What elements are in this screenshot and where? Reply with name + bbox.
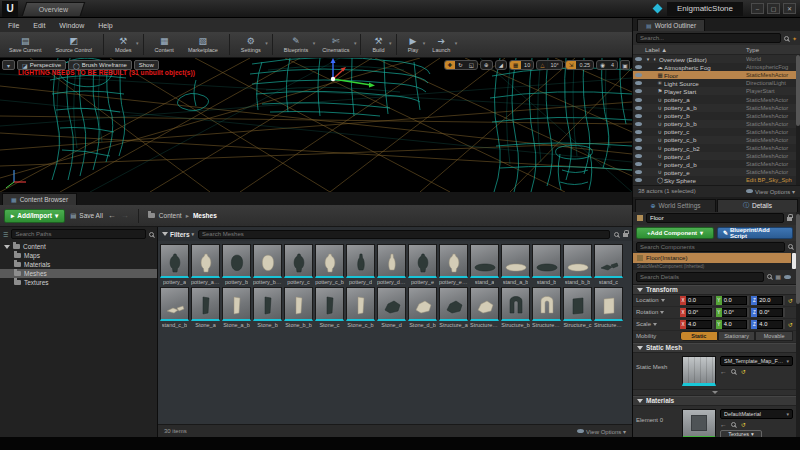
tree-folder-item[interactable]: Maps (0, 251, 157, 260)
outliner-actor-row[interactable]: ▾ ◯ Sky Sphere Edit BP_Sky_Sph (633, 176, 796, 184)
asset-item[interactable]: stand_b_b (563, 244, 592, 285)
asset-item[interactable]: pottery_b (222, 244, 251, 285)
search-details-input[interactable] (636, 272, 764, 282)
outliner-actor-row[interactable]: ▾ ⚑ Player Start PlayerStart (633, 87, 796, 95)
type-column-header[interactable]: Type (746, 47, 800, 53)
materials-section-header[interactable]: Materials (633, 396, 796, 406)
visibility-eye-icon[interactable] (635, 65, 642, 69)
static-mesh-section-header[interactable]: Static Mesh (633, 343, 796, 353)
asset-item[interactable]: pottery_d (346, 244, 375, 285)
asset-item[interactable]: Structure_c (563, 287, 592, 328)
label-column-header[interactable]: Label ▲ (633, 47, 746, 53)
outliner-actor-row[interactable]: ▾ ∪ pottery_c StaticMeshActor (633, 128, 796, 136)
surface-snap-button[interactable]: ◢ (496, 61, 506, 69)
toolbar-button[interactable]: ⚒ Build ▾ (365, 32, 391, 57)
asset-item[interactable]: pottery_e (408, 244, 437, 285)
tab-world-settings[interactable]: ⊕ World Settings (635, 199, 716, 212)
visibility-eye-icon[interactable] (635, 98, 642, 102)
visibility-eye-icon[interactable] (635, 138, 642, 142)
toolbar-button[interactable]: ▶ Play ▾ (401, 32, 426, 57)
asset-item[interactable]: pottery_a_b (191, 244, 220, 285)
asset-item[interactable]: Stone_b (253, 287, 282, 328)
grid-snap-value[interactable]: 10 (521, 61, 533, 69)
outliner-settings-icon[interactable]: ✦ (792, 35, 797, 42)
dropdown-arrow-icon[interactable] (661, 299, 665, 302)
translate-tool-button[interactable]: ✚ (445, 61, 456, 69)
toolbar-button[interactable]: ➔ Launch ▾ (425, 32, 457, 57)
asset-item[interactable]: stand_c_b (160, 287, 189, 328)
outliner-actor-row[interactable]: ▾ ▦ Floor StaticMeshActor (633, 71, 796, 79)
toolbar-button[interactable]: ✄ Cinematics ▾ (315, 32, 356, 57)
rotation-y-field[interactable]: 0.0° (722, 308, 748, 317)
asset-item[interactable]: Stone_c_b (346, 287, 375, 328)
asset-item[interactable]: Stone_b_b (284, 287, 313, 328)
level-viewport[interactable]: ▾ ◪Perspective ◯Brush Wireframe Show LIG… (0, 58, 632, 192)
use-selected-asset-icon[interactable]: ← (720, 421, 727, 428)
level-tab[interactable]: Overview (22, 2, 86, 16)
forward-button[interactable]: → (121, 211, 129, 220)
visibility-eye-icon[interactable] (635, 122, 642, 126)
reset-to-default-icon[interactable]: ↺ (788, 321, 793, 328)
static-mesh-combo[interactable]: SM_Template_Map_Floor ▾ (720, 356, 793, 366)
visibility-eye-icon[interactable] (635, 114, 642, 118)
toolbar-button[interactable]: ⚙ Settings ▾ (234, 32, 268, 57)
component-sub-row[interactable]: StaticMeshComponent (Inherited) (633, 263, 791, 270)
scale-z-field[interactable]: 4.0 (757, 320, 783, 329)
mobility-option-button[interactable]: Stationary (718, 331, 756, 341)
reset-to-default-icon[interactable]: ↺ (741, 421, 746, 428)
outliner-actor-row[interactable]: ▾ ∪ pottery_a_b StaticMeshActor (633, 104, 796, 112)
visibility-eye-icon[interactable] (635, 162, 642, 166)
location-z-field[interactable]: 20.0 (757, 296, 783, 305)
outliner-actor-row[interactable]: ▾ ∪ pottery_c_b2 StaticMeshActor (633, 144, 796, 152)
value-roller[interactable] (783, 308, 785, 317)
asset-item[interactable]: stand_a (470, 244, 499, 285)
breadcrumb-content[interactable]: Content (159, 212, 182, 219)
browse-asset-icon[interactable] (731, 422, 736, 427)
component-row-floor-instance[interactable]: Floor(Instance) (633, 253, 791, 263)
mobility-option-button[interactable]: Static (680, 331, 718, 341)
scale-x-field[interactable]: 4.0 (686, 320, 712, 329)
rotate-tool-button[interactable]: ↻ (455, 61, 466, 69)
outliner-actor-row[interactable]: ▾ ∪ pottery_a StaticMeshActor (633, 95, 796, 103)
asset-item[interactable]: pottery_a (160, 244, 189, 285)
value-roller[interactable] (712, 320, 714, 329)
material-thumbnail[interactable] (682, 409, 716, 438)
visibility-eye-icon[interactable] (635, 130, 642, 134)
add-component-button[interactable]: +Add Component ▾ (636, 227, 714, 239)
breadcrumb-meshes[interactable]: Meshes (193, 212, 217, 219)
asset-item[interactable]: pottery_e_b (439, 244, 468, 285)
value-roller[interactable] (712, 296, 714, 305)
maximize-viewport-button[interactable]: ▣ (620, 60, 630, 70)
asset-item[interactable]: Structure_b_b (532, 287, 561, 328)
rotation-snap-value[interactable]: 10° (547, 61, 561, 69)
asset-item[interactable]: Stone_c (315, 287, 344, 328)
world-outliner-tab[interactable]: ▤ World Outliner (637, 19, 705, 31)
eye-icon[interactable] (784, 275, 791, 279)
rotation-snap-toggle[interactable]: △ (537, 61, 547, 69)
visibility-eye-icon[interactable] (635, 178, 642, 182)
asset-item[interactable]: stand_c (594, 244, 623, 285)
tab-details[interactable]: ⓘ Details (717, 199, 798, 212)
components-scrollbar[interactable] (792, 253, 796, 269)
transform-section-header[interactable]: Transform (633, 285, 796, 295)
close-button[interactable]: ✕ (783, 3, 796, 14)
scale-y-field[interactable]: 4.0 (722, 320, 748, 329)
world-local-toggle[interactable]: ⊕ (481, 61, 492, 69)
outliner-actor-row[interactable]: ▾ ∪ pottery_d_b StaticMeshActor (633, 160, 796, 168)
search-assets-input[interactable] (198, 230, 610, 239)
dropdown-arrow-icon[interactable] (660, 311, 664, 314)
toolbar-button[interactable]: ▤ Save Current ▾ (2, 32, 48, 57)
visibility-eye-icon[interactable] (635, 81, 642, 85)
tree-folder-item[interactable]: Textures (0, 278, 157, 287)
add-import-button[interactable]: ▸ Add/Import ▾ (4, 209, 65, 223)
dropdown-arrow-icon[interactable] (653, 323, 657, 326)
browse-asset-icon[interactable] (731, 369, 736, 374)
visibility-eye-icon[interactable] (635, 106, 642, 110)
textures-button[interactable]: Textures ▾ (720, 430, 762, 438)
toolbar-button[interactable]: ✎ Blueprints ▾ (277, 32, 315, 57)
outliner-actor-row[interactable]: ▾ ∪ pottery_c_b StaticMeshActor (633, 136, 796, 144)
restore-button[interactable]: ▢ (767, 3, 780, 14)
toolbar-button[interactable]: ◩ Source Control ▾ (48, 32, 99, 57)
view-options-button[interactable]: View Options ▾ (586, 428, 626, 435)
visibility-eye-icon[interactable] (635, 73, 642, 77)
